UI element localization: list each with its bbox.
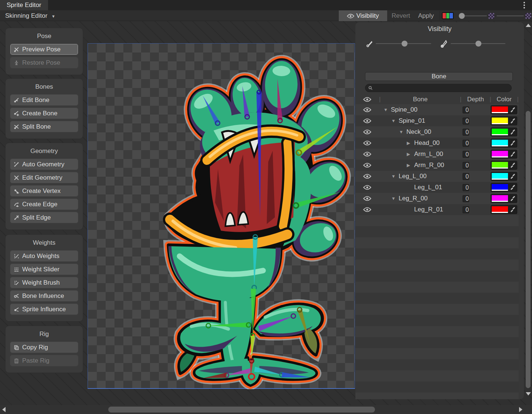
- depth-field[interactable]: 0: [463, 162, 469, 169]
- eye-toggle[interactable]: [355, 163, 379, 168]
- disclosure-arrow[interactable]: ▼: [391, 118, 399, 123]
- revert-button[interactable]: Revert: [387, 10, 415, 21]
- eyedropper-icon[interactable]: [508, 117, 517, 125]
- sprite-influence-button[interactable]: Sprite Influence: [10, 303, 78, 315]
- eyedropper-icon[interactable]: [508, 128, 517, 136]
- depth-field[interactable]: 0: [463, 151, 469, 158]
- eye-toggle[interactable]: [355, 152, 379, 157]
- eyedropper-icon[interactable]: [508, 106, 517, 114]
- vertical-scroll-thumb[interactable]: [526, 111, 531, 388]
- scroll-up-arrow[interactable]: [526, 24, 531, 27]
- disclosure-arrow[interactable]: ▶: [407, 152, 414, 157]
- alpha-slider-track[interactable]: [497, 16, 524, 16]
- depth-field[interactable]: 0: [463, 140, 469, 147]
- weight-brush-button[interactable]: Weight Brush: [10, 277, 78, 288]
- scroll-down-arrow[interactable]: [526, 392, 531, 396]
- edit-geometry-button[interactable]: Edit Geometry: [10, 172, 78, 183]
- vertical-scrollbar[interactable]: [525, 21, 532, 406]
- split-edge-button[interactable]: Split Edge: [10, 212, 78, 223]
- search-box[interactable]: [365, 84, 512, 92]
- bone-color-swatch[interactable]: [492, 206, 508, 213]
- skinning-editor-dropdown[interactable]: Skinning Editor ▼: [2, 10, 58, 21]
- sprite-color-swatch-button[interactable]: [442, 12, 454, 19]
- eyedropper-icon[interactable]: [508, 206, 517, 214]
- disclosure-arrow[interactable]: ▶: [407, 140, 414, 146]
- horizontal-scrollbar[interactable]: [0, 405, 532, 414]
- opacity-slider-track[interactable]: [463, 16, 487, 16]
- bone-color-swatch[interactable]: [492, 106, 508, 113]
- copy-rig-button[interactable]: Copy Rig: [10, 342, 78, 353]
- depth-field[interactable]: 0: [463, 195, 469, 202]
- depth-field[interactable]: 0: [463, 106, 469, 113]
- table-row[interactable]: Leg_R_01 0: [355, 204, 519, 215]
- paste-rig-button[interactable]: Paste Rig: [10, 355, 78, 366]
- create-vertex-button[interactable]: Create Vertex: [10, 185, 78, 197]
- column-bone[interactable]: Bone: [381, 96, 460, 103]
- auto-geometry-button[interactable]: Auto Geometry: [10, 159, 78, 170]
- eye-toggle[interactable]: [355, 140, 379, 146]
- table-row[interactable]: ▼Leg_L_00 0: [355, 171, 519, 182]
- weight-slider-button[interactable]: Weight Slider: [10, 264, 78, 275]
- column-depth[interactable]: Depth: [461, 96, 490, 103]
- disclosure-arrow[interactable]: ▼: [391, 174, 399, 179]
- bone-color-swatch[interactable]: [492, 173, 508, 180]
- disclosure-arrow[interactable]: ▶: [407, 163, 414, 168]
- tab-sprite-editor[interactable]: Sprite Editor: [0, 0, 48, 10]
- depth-field[interactable]: 0: [463, 173, 469, 180]
- column-color[interactable]: Color: [491, 96, 517, 103]
- horizontal-scroll-thumb[interactable]: [108, 407, 375, 413]
- scroll-left-arrow[interactable]: [2, 407, 6, 412]
- eyedropper-icon[interactable]: [508, 172, 517, 180]
- table-row[interactable]: ▶Head_00 0: [355, 138, 519, 149]
- sprite-canvas[interactable]: [88, 43, 355, 389]
- apply-button[interactable]: Apply: [415, 10, 437, 21]
- mesh-opacity-slider-knob[interactable]: [475, 41, 481, 47]
- eyedropper-icon[interactable]: [508, 150, 517, 158]
- split-bone-button[interactable]: Split Bone: [10, 121, 78, 132]
- depth-field[interactable]: 0: [463, 206, 469, 213]
- eye-toggle[interactable]: [355, 118, 379, 123]
- disclosure-arrow[interactable]: ▼: [391, 196, 399, 201]
- eyedropper-icon[interactable]: [508, 161, 517, 169]
- kebab-menu-icon[interactable]: [522, 1, 527, 9]
- eye-toggle[interactable]: [355, 207, 379, 212]
- depth-field[interactable]: 0: [463, 118, 469, 125]
- depth-field[interactable]: 0: [463, 129, 469, 136]
- bone-color-swatch[interactable]: [492, 129, 508, 135]
- visibility-toggle-button[interactable]: Visibility: [339, 10, 387, 21]
- eye-toggle[interactable]: [355, 129, 379, 135]
- bone-color-swatch[interactable]: [492, 184, 508, 191]
- bone-color-swatch[interactable]: [492, 162, 508, 169]
- table-row[interactable]: ▼Spine_01 0: [355, 115, 519, 126]
- bone-influence-button[interactable]: Bone Influence: [10, 290, 78, 302]
- create-bone-button[interactable]: Create Bone: [10, 108, 78, 119]
- search-input[interactable]: [375, 85, 508, 91]
- eye-toggle[interactable]: [355, 107, 379, 112]
- table-row[interactable]: Leg_L_01 0: [355, 182, 519, 193]
- edit-bone-button[interactable]: Edit Bone: [10, 94, 78, 106]
- bone-color-swatch[interactable]: [492, 140, 508, 146]
- scroll-right-arrow[interactable]: [519, 407, 522, 412]
- disclosure-arrow[interactable]: ▼: [399, 129, 406, 135]
- eye-toggle[interactable]: [355, 196, 379, 201]
- create-edge-button[interactable]: Create Edge: [10, 198, 78, 210]
- eyedropper-icon[interactable]: [508, 194, 517, 203]
- bone-color-swatch[interactable]: [492, 151, 508, 157]
- depth-field[interactable]: 0: [463, 184, 469, 191]
- preview-pose-button[interactable]: Preview Pose: [10, 44, 78, 55]
- table-row[interactable]: ▼Spine_00 0: [355, 104, 519, 115]
- bone-color-swatch[interactable]: [492, 195, 508, 202]
- table-row[interactable]: ▼Leg_R_00 0: [355, 193, 519, 204]
- opacity-slider-knob[interactable]: [459, 13, 465, 19]
- table-row[interactable]: ▶Arm_R_00 0: [355, 160, 519, 171]
- table-row[interactable]: ▼Neck_00 0: [355, 126, 519, 138]
- bone-color-swatch[interactable]: [492, 118, 508, 124]
- restore-pose-button[interactable]: Restore Pose: [10, 57, 78, 68]
- eye-toggle[interactable]: [355, 174, 379, 179]
- eyedropper-icon[interactable]: [508, 183, 517, 191]
- bone-opacity-slider-knob[interactable]: [402, 41, 407, 47]
- auto-weights-button[interactable]: Auto Weights: [10, 250, 78, 262]
- table-row[interactable]: ▶Arm_L_00 0: [355, 149, 519, 160]
- tab-bone[interactable]: Bone: [365, 72, 513, 81]
- disclosure-arrow[interactable]: ▼: [383, 107, 391, 112]
